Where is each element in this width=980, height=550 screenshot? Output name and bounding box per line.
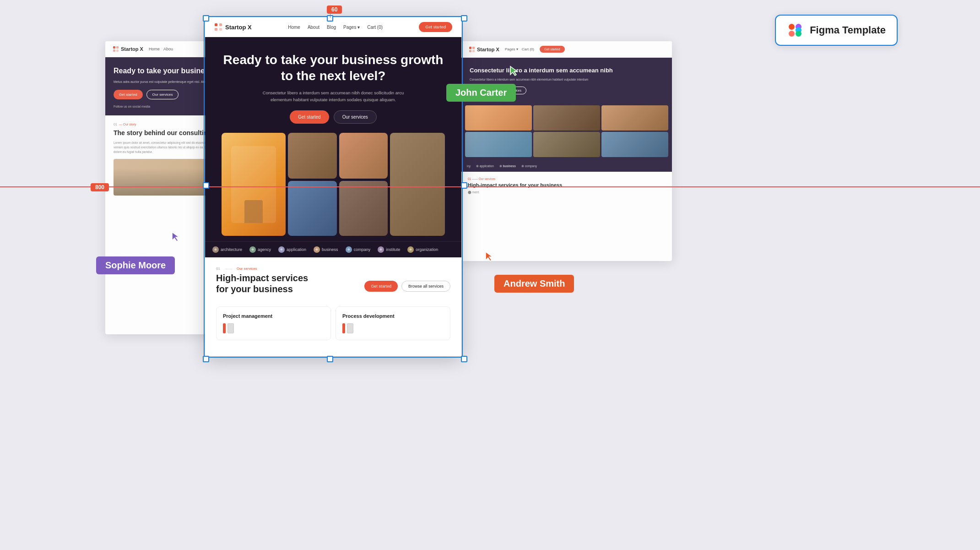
cat-company: ⊕ company <box>346 246 371 253</box>
ruler-value-top: 60 <box>327 5 342 14</box>
logo-icon-right <box>469 46 475 53</box>
handle-bottom-right[interactable] <box>461 356 467 362</box>
handle-bottom-left[interactable] <box>203 356 209 362</box>
cat-business: ⊕ business <box>314 246 338 253</box>
svg-rect-8 <box>215 23 217 26</box>
svg-rect-13 <box>789 31 795 37</box>
cursor-andrew <box>485 251 494 264</box>
cat-application: ⊕ application <box>278 246 306 253</box>
main-nav-links: Home About Blog Pages ▾ Cart (0) <box>288 25 383 30</box>
cat-institute: ⊕ institute <box>378 246 400 253</box>
svg-rect-11 <box>219 28 222 31</box>
figma-icon <box>787 22 803 38</box>
service-card-1: Project management <box>216 306 331 340</box>
main-img-6 <box>339 181 388 236</box>
cursor-andrew-icon <box>485 251 494 262</box>
bg-right-img-6 <box>601 132 668 157</box>
label-sophie-moore: Sophie Moore <box>96 256 175 274</box>
svg-rect-0 <box>113 46 115 49</box>
main-btn-browse[interactable]: Browse all services <box>401 281 450 292</box>
main-nav: Startop X Home About Blog Pages ▾ Cart (… <box>205 17 461 37</box>
svg-rect-16 <box>796 31 801 37</box>
bg-right-services-tags: ⬤ ment <box>468 191 666 194</box>
svg-rect-2 <box>113 49 115 52</box>
bg-left-nav-links: HomeAbou <box>149 47 173 51</box>
service-card-1-title: Project management <box>223 313 324 319</box>
label-john-carter: John Carter <box>446 84 516 102</box>
bg-right-btn-started[interactable]: Get started <box>540 46 565 53</box>
bg-right-hero-title: Consectetur libero a interdum sem accume… <box>470 67 664 75</box>
bg-right-nav-links: Pages ▾Cart (0) <box>505 47 534 51</box>
measurement-line-horizontal <box>0 186 980 187</box>
main-img-1 <box>222 133 286 236</box>
bg-right-logo: Startop X <box>477 47 499 52</box>
icon-rect-2 <box>347 323 353 333</box>
cursor-sophie <box>171 231 180 244</box>
main-hero: Ready to take your business growth to th… <box>205 37 461 241</box>
main-services-row: High-impact services for your business G… <box>216 272 450 300</box>
svg-rect-6 <box>469 50 471 52</box>
main-btn-get-started[interactable]: Get started <box>364 281 398 292</box>
main-img-5 <box>288 181 337 236</box>
icon-red-bar-1 <box>223 323 226 333</box>
main-category-bar: ⊕ architecture ⊕ agency ⊕ application ⊕ … <box>205 241 461 257</box>
bg-right-img-4 <box>465 132 532 157</box>
main-service-cards: Project management Process development <box>216 306 450 340</box>
main-services: 01 —— Our services High-impact services … <box>205 257 461 348</box>
main-img-4 <box>390 133 445 236</box>
svg-rect-3 <box>116 49 119 52</box>
bg-right-category-bar: icy ⊕ application ⊕ business ⊕ company <box>461 161 672 172</box>
service-card-2-icon <box>342 323 444 333</box>
main-services-title: High-impact services for your business <box>216 272 308 294</box>
bg-right-img-2 <box>533 105 600 131</box>
service-card-1-icon <box>223 323 324 333</box>
figma-badge-text: Figma Template <box>810 24 886 36</box>
service-card-2-title: Process development <box>342 313 444 319</box>
main-logo-icon <box>214 23 222 31</box>
main-img-2 <box>288 133 337 179</box>
main-services-label: 01 —— Our services <box>216 267 450 271</box>
handle-mid-left[interactable] <box>203 182 209 189</box>
svg-rect-5 <box>472 47 475 49</box>
service-card-2: Process development <box>336 306 450 340</box>
bg-left-btn-started[interactable]: Get started <box>114 90 143 99</box>
icon-red-bar-2 <box>342 323 345 333</box>
bg-right-img-5 <box>533 132 600 157</box>
main-nav-cta[interactable]: Get started <box>419 22 452 32</box>
bg-right-img-1 <box>465 105 532 131</box>
handle-top-right[interactable] <box>461 15 467 22</box>
bg-left-btn-services[interactable]: Our services <box>146 90 179 99</box>
cat-organization: ⊕ organization <box>407 246 438 253</box>
svg-rect-12 <box>789 24 795 30</box>
svg-rect-7 <box>472 50 475 52</box>
main-hero-title: Ready to take your business growth to th… <box>216 52 450 84</box>
cursor-john <box>509 65 519 78</box>
main-hero-subtitle: Consectetur libero a interdum sem accume… <box>255 89 411 103</box>
ruler-top-badge: 60 <box>327 5 342 14</box>
label-andrew-smith: Andrew Smith <box>494 275 574 293</box>
main-logo-text: Startop X <box>225 24 252 31</box>
svg-rect-9 <box>219 23 222 26</box>
handle-top-left[interactable] <box>203 15 209 22</box>
main-img-3 <box>339 133 388 179</box>
svg-rect-10 <box>215 28 217 31</box>
bg-left-logo: Startop X <box>121 46 143 52</box>
bg-frame-right: Startop X Pages ▾Cart (0) Get started Co… <box>461 41 672 261</box>
bg-right-image-grid <box>461 102 672 161</box>
bg-right-hero-body: Consectetur libero a interdum sem accume… <box>470 77 664 82</box>
main-logo-area: Startop X <box>214 23 252 31</box>
main-services-buttons: Get started Browse all services <box>364 281 450 292</box>
bg-right-img-3 <box>601 105 668 131</box>
handle-mid-right[interactable] <box>461 182 467 189</box>
icon-rect-1 <box>227 323 234 333</box>
cat-architecture: ⊕ architecture <box>212 246 242 253</box>
main-btn-started[interactable]: Get started <box>290 110 329 124</box>
handle-bottom-mid[interactable] <box>327 356 333 362</box>
cursor-john-icon <box>509 65 519 76</box>
bg-right-services: 01 —— Our services High-impact services … <box>461 172 672 200</box>
main-btn-services[interactable]: Our services <box>334 110 377 124</box>
cat-agency: ⊕ agency <box>249 246 271 253</box>
svg-rect-4 <box>469 47 471 49</box>
svg-rect-1 <box>116 46 119 49</box>
ruler-value-left: 800 <box>91 183 109 191</box>
